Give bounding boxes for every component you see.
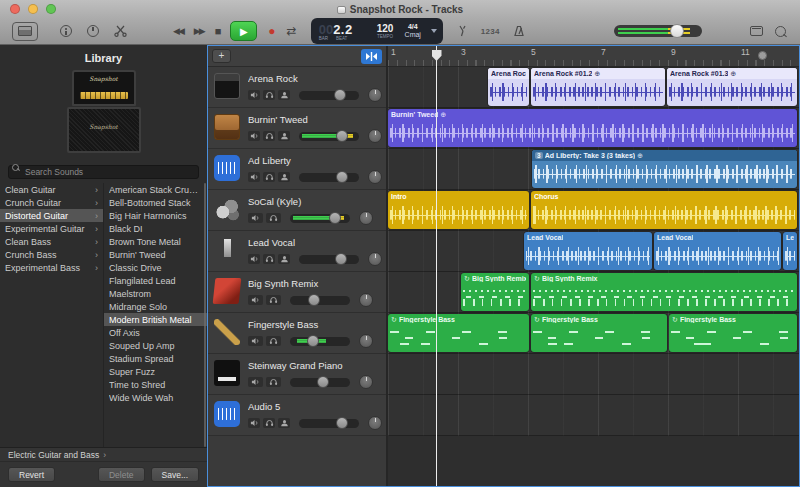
cycle-button[interactable]: ⇄ [287,24,297,38]
library-patch-item[interactable]: Midrange Solo [104,300,207,313]
catch-playhead-button[interactable] [361,49,382,64]
pan-knob[interactable] [368,170,382,184]
breadcrumb[interactable]: Electric Guitar and Bass› [0,448,207,462]
library-patch-item[interactable]: Off Axis [104,326,207,339]
scrollbar[interactable] [204,183,206,447]
track-mute-button[interactable] [248,295,263,305]
track-volume-slider[interactable] [290,337,350,346]
volume-knob-handle[interactable] [334,89,346,101]
track-solo-button[interactable] [266,295,281,305]
library-patch-item[interactable]: Wide Wide Wah [104,391,207,404]
chevron-down-icon[interactable] [431,29,437,33]
stop-button[interactable]: ■ [215,25,220,37]
track-header-row[interactable]: Fingerstyle Bass [208,313,386,354]
region[interactable]: Lead Vocal [783,232,797,270]
tuner-icon[interactable] [457,25,468,37]
track-lane[interactable]: Burnin' Tweed⊕ [388,108,799,149]
timeline-empty-area[interactable] [388,436,799,486]
region[interactable]: Lead Vocal [524,232,652,270]
track-volume-slider[interactable] [299,419,359,428]
track-solo-button[interactable] [263,172,275,182]
search-sounds-input[interactable] [8,165,199,179]
track-header-row[interactable]: Arena Rock [208,67,386,108]
region[interactable]: ↻Big Synth Remix [461,273,529,311]
track-volume-slider[interactable] [299,173,359,182]
editor-scissors-icon[interactable] [114,25,127,37]
library-patch-item[interactable]: Classic Drive [104,261,207,274]
library-patch-item[interactable]: Big Hair Harmonics [104,209,207,222]
track-volume-slider[interactable] [299,91,359,100]
track-lane[interactable] [388,354,799,395]
save-button[interactable]: Save... [151,467,199,482]
rewind-button[interactable]: ◀◀ [173,26,183,36]
region[interactable]: Arena Rock #01.2⊕ [531,68,665,106]
track-header-row[interactable]: Lead Vocal [208,231,386,272]
library-category-item[interactable]: Distorted Guitar› [0,209,103,222]
region[interactable]: Chorus [531,191,797,229]
library-category-item[interactable]: Crunch Guitar› [0,196,103,209]
volume-knob-handle[interactable] [336,171,348,183]
library-category-item[interactable]: Clean Bass› [0,235,103,248]
volume-knob-handle[interactable] [308,294,320,306]
region[interactable]: Burnin' Tweed⊕ [388,109,797,147]
library-patch-item[interactable]: American Stack Crunch [104,183,207,196]
track-header-row[interactable]: Ad Liberty [208,149,386,190]
revert-button[interactable]: Revert [8,467,55,482]
track-header-row[interactable]: SoCal (Kyle) [208,190,386,231]
library-patch-item[interactable]: Stadium Spread [104,352,207,365]
time-ruler[interactable]: 1357911 [388,46,799,67]
track-lane[interactable]: Arena RockArena Rock #01.2⊕Arena Rock #0… [388,67,799,108]
pan-knob[interactable] [368,88,382,102]
library-category-item[interactable]: Experimental Guitar› [0,222,103,235]
library-patch-item[interactable]: Flangilated Lead [104,274,207,287]
library-patch-item[interactable]: Maelstrom [104,287,207,300]
library-category-item[interactable]: Experimental Bass› [0,261,103,274]
library-category-item[interactable]: Clean Guitar› [0,183,103,196]
library-patch-item[interactable]: Burnin' Tweed [104,248,207,261]
master-volume-knob[interactable] [670,24,684,38]
track-lane[interactable] [388,395,799,436]
smart-controls-icon[interactable] [87,25,99,37]
play-button[interactable]: ▶ [230,21,257,41]
pan-knob[interactable] [359,211,373,225]
region[interactable]: Lead Vocal [654,232,781,270]
track-solo-button[interactable] [263,90,275,100]
track-mute-button[interactable] [248,418,260,428]
track-mute-button[interactable] [248,254,260,264]
region[interactable]: ↻Fingerstyle Bass [531,314,667,352]
track-lane[interactable]: ↻Fingerstyle Bass↻Fingerstyle Bass↻Finge… [388,313,799,354]
track-solo-button[interactable] [263,254,275,264]
track-solo-button[interactable] [266,213,281,223]
lcd-display[interactable]: 002.2 BARBEAT 120 TEMPO 4/4 Cmaj [311,18,443,44]
input-monitor-button[interactable] [278,131,290,141]
track-solo-button[interactable] [266,377,281,387]
library-patch-item[interactable]: Bell-Bottomed Stack [104,196,207,209]
track-mute-button[interactable] [248,377,263,387]
metronome-icon[interactable] [513,25,525,37]
track-header-row[interactable]: Steinway Grand Piano [208,354,386,395]
ruler-handle[interactable] [758,51,767,60]
musical-typing-icon[interactable] [750,26,763,36]
library-patch-item[interactable]: Super Fuzz [104,365,207,378]
track-solo-button[interactable] [266,336,281,346]
count-in-button[interactable]: 1234 [481,27,500,36]
forward-button[interactable]: ▶▶ [194,26,204,36]
library-toggle-button[interactable] [12,22,38,41]
pan-knob[interactable] [359,375,373,389]
region[interactable]: 3Ad Liberty: Take 3 (3 takes)⊕ [532,150,797,188]
track-mute-button[interactable] [248,213,263,223]
region[interactable]: Intro [388,191,529,229]
track-header-row[interactable]: Burnin' Tweed [208,108,386,149]
delete-button[interactable]: Delete [98,467,145,482]
volume-knob-handle[interactable] [336,417,348,429]
track-mute-button[interactable] [248,90,260,100]
track-volume-slider[interactable] [299,132,359,141]
track-lane[interactable]: 3Ad Liberty: Take 3 (3 takes)⊕ [388,149,799,190]
library-patch-item[interactable]: Modern British Metal [104,313,207,326]
track-header-row[interactable]: Audio 5 [208,395,386,436]
region[interactable]: Arena Rock [488,68,529,106]
pan-knob[interactable] [368,129,382,143]
input-monitor-button[interactable] [278,418,290,428]
pan-knob[interactable] [368,416,382,430]
library-patch-item[interactable]: Time to Shred [104,378,207,391]
